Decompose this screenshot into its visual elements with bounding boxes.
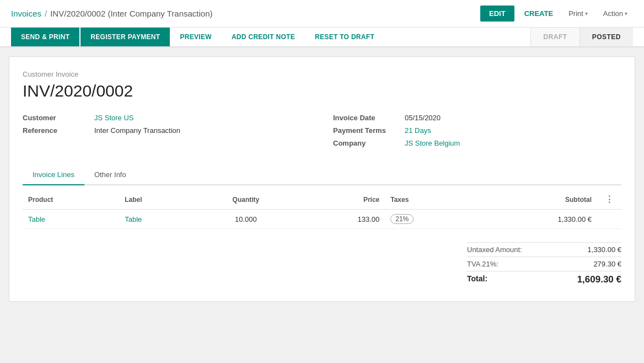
table-row: Table Table 10.000 133.00 21% 1,330.00 € bbox=[23, 210, 621, 229]
invoice-lines-table: Product Label Quantity Price Taxes Subto… bbox=[23, 190, 621, 229]
row-taxes: 21% bbox=[385, 210, 476, 229]
totals-untaxed: Untaxed Amount: 1,330.00 € bbox=[467, 242, 621, 257]
totals-grand: Total: 1,609.30 € bbox=[467, 271, 621, 288]
table-wrap: Product Label Quantity Price Taxes Subto… bbox=[23, 190, 621, 229]
table-menu-icon[interactable]: ⋮ bbox=[603, 195, 616, 204]
action-bar: EDIT CREATE Print ▾ Action ▾ bbox=[480, 6, 633, 22]
tax-badge: 21% bbox=[390, 214, 414, 224]
status-draft: DRAFT bbox=[530, 28, 579, 46]
field-payment-terms: Payment Terms 21 Days bbox=[333, 126, 621, 135]
field-invoice-date: Invoice Date 05/15/2020 bbox=[333, 114, 621, 122]
row-subtotal: 1,330.00 € bbox=[477, 210, 597, 229]
top-bar: Invoices / INV/2020/0002 (Inter Company … bbox=[0, 0, 644, 28]
row-quantity: 10.000 bbox=[195, 210, 297, 229]
invoice-date-value: 05/15/2020 bbox=[405, 114, 441, 122]
tab-other-info[interactable]: Other Info bbox=[84, 165, 136, 185]
field-company: Company JS Store Belgium bbox=[333, 139, 621, 147]
totals-table: Untaxed Amount: 1,330.00 € TVA 21%: 279.… bbox=[467, 242, 621, 288]
total-value: 1,609.30 € bbox=[577, 274, 621, 285]
untaxed-label: Untaxed Amount: bbox=[467, 245, 535, 254]
company-value[interactable]: JS Store Belgium bbox=[405, 139, 460, 147]
status-bar: DRAFT POSTED bbox=[530, 28, 633, 46]
col-subtotal: Subtotal bbox=[477, 190, 597, 210]
edit-button[interactable]: EDIT bbox=[480, 6, 514, 22]
breadcrumb-parent[interactable]: Invoices bbox=[11, 9, 41, 18]
action-dropdown-arrow: ▾ bbox=[625, 10, 627, 17]
customer-value[interactable]: JS Store US bbox=[94, 114, 134, 122]
breadcrumb: Invoices / INV/2020/0002 (Inter Company … bbox=[11, 9, 480, 18]
row-price: 133.00 bbox=[297, 210, 385, 229]
print-label: Print bbox=[568, 9, 583, 18]
main-content: Customer Invoice INV/2020/0002 Customer … bbox=[9, 56, 635, 302]
payment-terms-value[interactable]: 21 Days bbox=[405, 126, 431, 135]
col-product: Product bbox=[23, 190, 119, 210]
status-posted: POSTED bbox=[579, 28, 633, 46]
reference-value: Inter Company Transaction bbox=[94, 126, 180, 135]
field-reference: Reference Inter Company Transaction bbox=[23, 126, 311, 135]
invoice-type-label: Customer Invoice bbox=[23, 70, 621, 78]
preview-button[interactable]: PREVIEW bbox=[170, 28, 221, 46]
breadcrumb-current: INV/2020/0002 (Inter Company Transaction… bbox=[50, 9, 212, 18]
field-customer: Customer JS Store US bbox=[23, 114, 311, 122]
untaxed-value: 1,330.00 € bbox=[588, 245, 621, 254]
invoice-date-label: Invoice Date bbox=[333, 114, 405, 122]
toolbar: SEND & PRINT REGISTER PAYMENT PREVIEW AD… bbox=[0, 28, 644, 47]
fields-right: Invoice Date 05/15/2020 Payment Terms 21… bbox=[333, 114, 621, 152]
row-product[interactable]: Table bbox=[23, 210, 119, 229]
add-credit-note-button[interactable]: ADD CREDIT NOTE bbox=[222, 28, 305, 46]
reference-label: Reference bbox=[23, 126, 94, 135]
create-button[interactable]: CREATE bbox=[519, 6, 559, 22]
tabs: Invoice Lines Other Info bbox=[23, 165, 621, 185]
print-dropdown-arrow: ▾ bbox=[585, 10, 588, 17]
tab-invoice-lines[interactable]: Invoice Lines bbox=[23, 165, 84, 185]
register-payment-button[interactable]: REGISTER PAYMENT bbox=[80, 28, 170, 46]
fields-grid: Customer JS Store US Reference Inter Com… bbox=[23, 114, 621, 152]
col-quantity: Quantity bbox=[195, 190, 297, 210]
action-label: Action bbox=[603, 9, 623, 18]
totals-tva: TVA 21%: 279.30 € bbox=[467, 257, 621, 271]
reset-to-draft-button[interactable]: RESET TO DRAFT bbox=[305, 28, 384, 46]
payment-terms-label: Payment Terms bbox=[333, 126, 405, 135]
totals-section: Untaxed Amount: 1,330.00 € TVA 21%: 279.… bbox=[23, 242, 621, 288]
fields-left: Customer JS Store US Reference Inter Com… bbox=[23, 114, 311, 152]
total-label: Total: bbox=[467, 274, 501, 285]
row-label[interactable]: Table bbox=[119, 210, 195, 229]
invoice-number: INV/2020/0002 bbox=[23, 82, 621, 100]
breadcrumb-separator: / bbox=[45, 9, 47, 18]
col-taxes: Taxes bbox=[385, 190, 476, 210]
customer-label: Customer bbox=[23, 114, 94, 122]
col-menu: ⋮ bbox=[597, 190, 621, 210]
action-button[interactable]: Action ▾ bbox=[598, 6, 633, 22]
col-label: Label bbox=[119, 190, 195, 210]
toolbar-spacer bbox=[384, 28, 530, 46]
send-print-button[interactable]: SEND & PRINT bbox=[11, 28, 79, 46]
print-button[interactable]: Print ▾ bbox=[563, 6, 593, 22]
company-label: Company bbox=[333, 139, 405, 147]
tva-value: 279.30 € bbox=[593, 260, 621, 268]
row-menu bbox=[597, 210, 621, 229]
col-price: Price bbox=[297, 190, 385, 210]
table-header-row: Product Label Quantity Price Taxes Subto… bbox=[23, 190, 621, 210]
tva-label: TVA 21%: bbox=[467, 260, 512, 268]
